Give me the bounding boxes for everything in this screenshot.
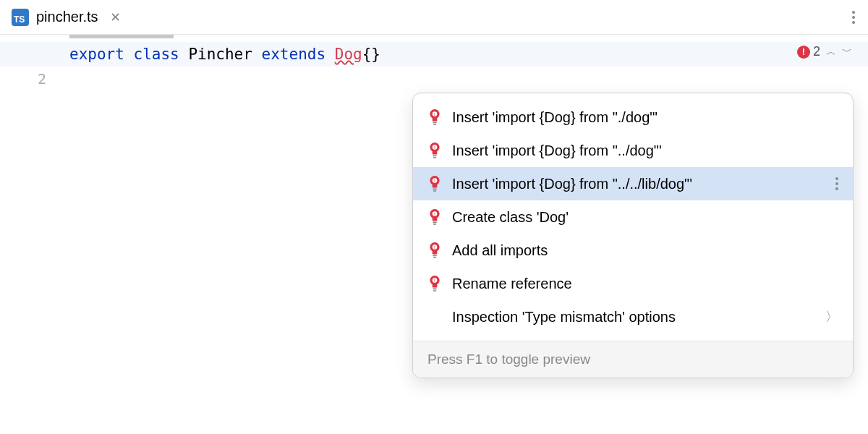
- braces: {}: [362, 46, 380, 63]
- tab-bar: TS pincher.ts ✕: [0, 0, 868, 35]
- quickfix-label: Insert 'import {Dog} from "../../lib/dog…: [452, 176, 692, 192]
- gutter: 1 2: [0, 35, 69, 434]
- quickfix-footer: Press F1 to toggle preview: [413, 341, 853, 378]
- svg-rect-10: [433, 189, 437, 190]
- svg-text:!: !: [434, 212, 435, 216]
- svg-text:!: !: [434, 245, 435, 250]
- tab-group: TS pincher.ts ✕: [0, 0, 134, 35]
- code-line[interactable]: [69, 67, 868, 91]
- svg-rect-11: [433, 190, 436, 191]
- bulb-icon: !: [427, 210, 442, 224]
- keyword-extends: extends: [262, 46, 326, 63]
- keyword-class: class: [134, 46, 179, 63]
- svg-rect-14: [433, 222, 437, 224]
- quickfix-label: Insert 'import {Dog} from "../dog"': [452, 142, 662, 159]
- close-icon[interactable]: ✕: [110, 9, 121, 25]
- quickfix-item-submenu[interactable]: Inspection 'Type mismatch' options 〉: [413, 300, 853, 333]
- quickfix-item[interactable]: ! Rename reference: [413, 267, 853, 300]
- quickfix-item[interactable]: ! Insert 'import {Dog} from "./dog"': [413, 101, 853, 134]
- quickfix-item[interactable]: ! Insert 'import {Dog} from "../dog"': [413, 134, 853, 167]
- svg-text:!: !: [434, 278, 435, 283]
- error-icon: !: [797, 46, 810, 59]
- svg-rect-15: [433, 224, 436, 224]
- line-number[interactable]: 2: [0, 67, 46, 91]
- bulb-icon: !: [427, 143, 442, 158]
- quickfix-item[interactable]: ! Add all imports: [413, 234, 853, 267]
- quickfix-label: Rename reference: [452, 276, 572, 292]
- more-menu-button[interactable]: [839, 11, 868, 24]
- quickfix-popup: ! Insert 'import {Dog} from "./dog"' ! I…: [412, 93, 854, 378]
- typescript-icon: TS: [12, 9, 29, 26]
- svg-rect-2: [433, 122, 437, 124]
- svg-text:!: !: [434, 145, 435, 150]
- bulb-icon: !: [427, 276, 442, 291]
- classname: Pincher: [188, 46, 252, 63]
- svg-text:!: !: [434, 112, 435, 116]
- quickfix-label: Insert 'import {Dog} from "./dog"': [452, 109, 658, 126]
- quickfix-list: ! Insert 'import {Dog} from "./dog"' ! I…: [413, 93, 853, 341]
- bulb-icon: !: [427, 110, 442, 124]
- editor-tab[interactable]: TS pincher.ts ✕: [0, 0, 134, 35]
- svg-rect-19: [433, 257, 436, 258]
- error-token[interactable]: Dog: [335, 46, 362, 63]
- quickfix-item-selected[interactable]: ! Insert 'import {Dog} from "../../lib/d…: [413, 167, 853, 200]
- quickfix-label: Inspection 'Type mismatch' options: [452, 309, 676, 326]
- svg-text:!: !: [434, 179, 435, 183]
- empty-icon: [427, 310, 442, 324]
- svg-rect-18: [433, 255, 437, 257]
- vertical-dots-icon: [835, 177, 838, 190]
- quickfix-item[interactable]: ! Create class 'Dog': [413, 200, 853, 234]
- svg-rect-6: [433, 156, 437, 157]
- status-indicators: ! 2 ︿ ﹀: [797, 44, 852, 59]
- tab-filename: pincher.ts: [36, 9, 98, 25]
- item-more-button[interactable]: [835, 177, 838, 190]
- error-indicator[interactable]: ! 2: [797, 44, 820, 59]
- chevron-down-icon[interactable]: ﹀: [842, 46, 852, 59]
- keyword-export: export: [69, 46, 124, 63]
- svg-rect-23: [433, 290, 436, 291]
- error-count: 2: [813, 44, 820, 59]
- chevron-up-icon[interactable]: ︿: [826, 46, 836, 59]
- quickfix-label: Add all imports: [452, 242, 548, 259]
- vertical-dots-icon: [852, 11, 855, 24]
- svg-rect-3: [433, 124, 436, 124]
- bulb-icon: !: [427, 243, 442, 258]
- chevron-right-icon: 〉: [825, 308, 838, 326]
- code-line[interactable]: export class Pincher extends Dog{}: [0, 42, 868, 67]
- quickfix-label: Create class 'Dog': [452, 209, 569, 226]
- svg-rect-7: [433, 157, 436, 158]
- bulb-icon: !: [427, 176, 442, 191]
- svg-rect-22: [433, 289, 437, 290]
